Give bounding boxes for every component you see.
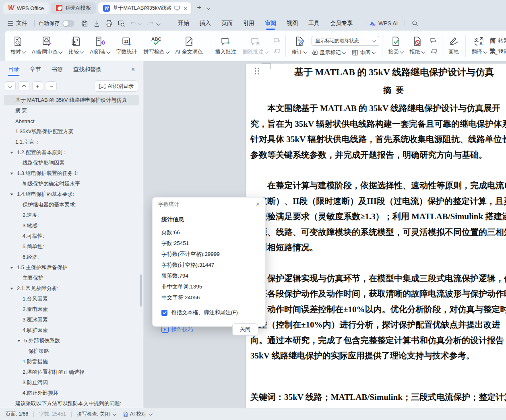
menu-home[interactable]: 开始 <box>173 16 194 30</box>
previous-comment-icon[interactable] <box>272 37 282 44</box>
page-indicator[interactable]: 页面: 1/66 <box>6 411 28 418</box>
insert-comment-button[interactable]: 插入批注 <box>212 36 240 56</box>
print-preview-icon[interactable] <box>115 20 128 27</box>
toc-item[interactable]: 4.肮脏因素 <box>0 325 143 336</box>
dialog-header[interactable]: 字数统计 × <box>153 198 265 211</box>
main-menu-button[interactable]: 文件 <box>5 20 30 27</box>
menu-tools[interactable]: 工具 <box>303 16 325 30</box>
show-markup-button[interactable]: 显示标记 <box>312 49 345 56</box>
toc-item[interactable]: 主要保护 <box>0 273 143 283</box>
menu-insert[interactable]: 插入 <box>194 16 216 30</box>
tips-link[interactable]: 操作技巧 <box>161 326 193 333</box>
proofread-button[interactable]: 校对 <box>7 36 29 56</box>
search-icon[interactable] <box>409 20 421 27</box>
next-comment-icon[interactable] <box>272 48 282 55</box>
toc-collapse-arrow-icon[interactable] <box>10 173 13 175</box>
reject-revision-button[interactable]: 拒绝 <box>407 36 428 56</box>
toc-item[interactable]: 4.防止外部损坏 <box>0 388 143 398</box>
collapse-all-button[interactable] <box>19 81 29 91</box>
accept-revision-button[interactable]: 接受 <box>385 36 407 56</box>
toc-item[interactable]: 5.外部损伤系数 <box>0 336 143 346</box>
toc-item[interactable]: 1.4.继电保护的基本要求: <box>0 189 143 200</box>
tab-list-chevron-icon[interactable] <box>207 6 211 10</box>
undo-icon[interactable] <box>128 21 144 26</box>
ai-contract-review-button[interactable]: AI合同审查 <box>29 36 65 56</box>
toc-item[interactable]: 4.可靠性: <box>0 231 143 241</box>
toc-item[interactable]: Abstract <box>0 116 143 126</box>
sidebar-scrollbar[interactable] <box>140 274 142 307</box>
previous-revision-icon[interactable] <box>429 37 438 44</box>
close-dialog-button[interactable]: 关闭 <box>232 323 258 336</box>
spell-check-button[interactable]: ABC 拼写检查 <box>140 36 172 56</box>
toc-item[interactable]: 2.速度: <box>0 210 143 220</box>
ai-recognize-toc-button[interactable]: AI识别目录 <box>95 80 138 92</box>
traditional-to-simplified-button[interactable]: 繁→ 转简 <box>490 47 506 55</box>
toc-item[interactable]: 3.敏感: <box>0 220 143 231</box>
close-sidebar-icon[interactable]: × <box>131 66 135 73</box>
menu-review[interactable]: 审阅 <box>260 16 281 30</box>
wps-ai-button[interactable]: WPS AI <box>366 20 401 27</box>
toc-item[interactable]: 1.3.继电保护装置的任务 1: <box>0 168 143 179</box>
track-changes-button[interactable]: 修订 <box>289 36 310 56</box>
expand-all-button[interactable] <box>5 81 16 91</box>
tab-document[interactable]: W 基于MATLAB的35kV线路继 × <box>98 2 191 14</box>
compare-button[interactable]: 比较 <box>65 36 87 56</box>
tab-wps-office[interactable]: W WPS Office <box>3 2 49 14</box>
zoom-in-outline-button[interactable]: + <box>32 81 43 91</box>
spellcheck-status[interactable]: 拼写检查: 关闭 <box>77 411 116 418</box>
word-count-indicator[interactable]: 字数: 25451 <box>39 411 66 418</box>
simplified-to-traditional-button[interactable]: 简→ 转繁 <box>490 37 506 45</box>
review-pane-button[interactable]: 审阅 <box>352 49 375 56</box>
toc-item[interactable]: 1.35kV线路保护配置方案 <box>0 126 143 137</box>
toc-collapse-arrow-icon[interactable] <box>10 267 13 269</box>
print-icon[interactable] <box>103 20 115 27</box>
include-footnotes-checkbox-row[interactable]: 包括文本框、脚注和尾注(F) <box>161 309 258 316</box>
toc-item[interactable]: 初级保护的确定时延水平 <box>0 179 143 189</box>
tab-sections[interactable]: 章节 <box>30 61 41 78</box>
toc-item[interactable]: 1.防雷措施 <box>0 356 143 367</box>
toc-collapse-arrow-icon[interactable] <box>17 340 21 342</box>
ai-proofread-status[interactable]: AI 校对 <box>123 411 152 418</box>
ink-brush-button[interactable]: 画笔 <box>445 36 463 56</box>
toc-item[interactable]: 摘 要 <box>0 105 143 116</box>
toc-item[interactable]: 2.塔的位置和杆的正确选择 <box>0 367 143 377</box>
toc-item[interactable]: 线路保护影响因素 <box>0 158 143 168</box>
close-tab-icon[interactable]: × <box>183 5 188 11</box>
markup-state-select[interactable]: 显示标记的最终状态 <box>312 36 379 46</box>
save-icon[interactable] <box>78 20 91 27</box>
menu-reference[interactable]: 引用 <box>238 16 260 30</box>
delete-comment-button[interactable]: 删除批注 <box>240 36 271 56</box>
autosave-toggle[interactable] <box>62 20 74 27</box>
toc-item[interactable]: 建议采取以下方法可以预防本文中提到的问题: <box>0 398 143 408</box>
next-revision-icon[interactable] <box>429 48 438 55</box>
tab-find-replace[interactable]: 查找和替换 <box>73 61 101 78</box>
translate-button[interactable]: 文A 翻译 <box>469 36 490 56</box>
checkbox-checked-icon[interactable] <box>161 310 167 316</box>
toc-collapse-arrow-icon[interactable] <box>10 194 13 196</box>
toc-item[interactable]: 5.简单性: <box>0 241 143 252</box>
redo-icon[interactable] <box>144 21 156 26</box>
zoom-out-outline-button[interactable]: − <box>46 81 57 91</box>
export-pdf-icon[interactable] <box>91 20 103 27</box>
menu-page[interactable]: 页面 <box>216 16 238 30</box>
document-page[interactable]: 基于 MATLAB 的 35kV 线路继电保护设计与仿真 摘 要 本文围绕基于 … <box>246 64 506 408</box>
toc-item[interactable]: 基于 MATLAB 的 35kV 线路继电保护设计与仿真 <box>4 95 139 105</box>
toc-item[interactable]: 1.台风因素 <box>0 294 143 304</box>
toc-item[interactable]: 保护策略 <box>0 346 143 356</box>
toc-item[interactable]: 3.防止污闪 <box>0 377 143 388</box>
toc-collapse-arrow-icon[interactable] <box>10 288 13 290</box>
toc-item[interactable]: 1.1.引言： <box>0 137 143 147</box>
more-commands-chevron-icon[interactable] <box>157 21 161 25</box>
toc-item[interactable]: 保护继电器的基本要求: <box>0 200 143 210</box>
tab-bookmarks[interactable]: 书签 <box>52 61 63 78</box>
toc-collapse-arrow-icon[interactable] <box>10 152 13 154</box>
dialog-close-icon[interactable]: × <box>256 201 260 208</box>
toc-item[interactable]: 1.2.配置的基本原则： <box>0 147 143 158</box>
device-monitor-icon[interactable] <box>174 6 180 10</box>
undo-chevron-icon[interactable] <box>138 21 142 25</box>
toc-item[interactable]: 1.5.主保护和后备保护 <box>0 262 143 273</box>
toc-item[interactable]: 3.覆冰因素 <box>0 315 143 325</box>
toc-item[interactable]: 2.雷电因素 <box>0 304 143 315</box>
toc-item[interactable]: 6.经济: <box>0 252 143 262</box>
menu-view[interactable]: 视图 <box>281 16 303 30</box>
